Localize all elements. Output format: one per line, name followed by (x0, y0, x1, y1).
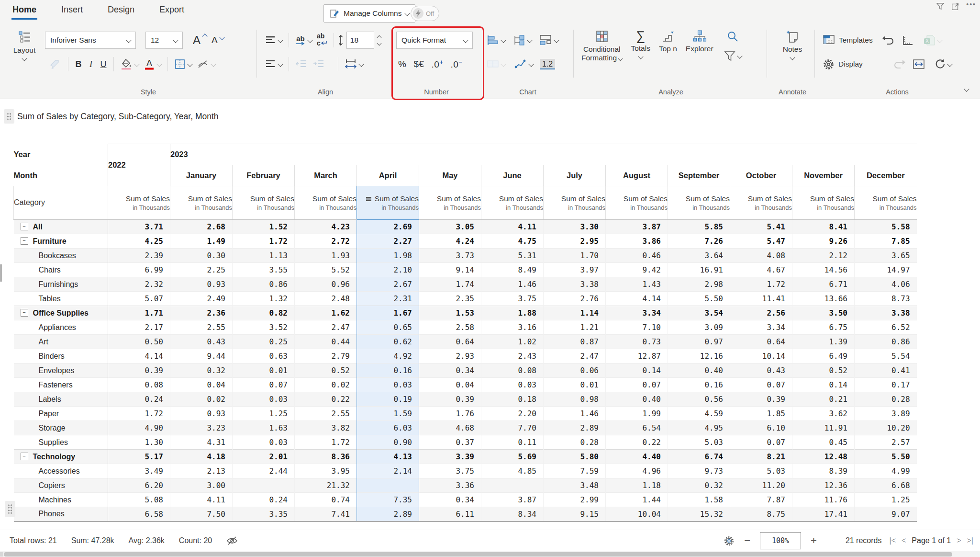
category-cell[interactable]: −Office Supplies (14, 306, 108, 320)
value-cell[interactable]: 2.93 (419, 349, 481, 364)
month-header[interactable]: June (481, 165, 544, 186)
value-cell[interactable]: 2.47 (295, 320, 357, 335)
font-name-select[interactable]: Inforiver Sans (45, 32, 136, 49)
value-cell[interactable]: 8.39 (792, 464, 855, 478)
value-cell[interactable]: 1.02 (481, 335, 544, 349)
value-cell[interactable]: 1.71 (108, 306, 170, 320)
value-cell[interactable]: 9.73 (668, 464, 730, 478)
value-cell[interactable]: 2.36 (170, 306, 233, 320)
value-cell[interactable]: 13.66 (792, 292, 855, 306)
value-cell[interactable]: 0.24 (108, 392, 170, 407)
value-cell[interactable]: 3.23 (170, 421, 233, 435)
value-cell[interactable]: 7.85 (855, 234, 917, 249)
filter-button[interactable] (722, 51, 744, 61)
measure-header[interactable]: Sum of Salesin Thousands (357, 186, 419, 220)
value-cell[interactable]: 6.71 (792, 277, 855, 292)
value-cell[interactable]: 3.50 (792, 306, 855, 320)
fill-color-button[interactable] (118, 58, 141, 70)
value-cell[interactable]: 4.31 (170, 435, 233, 450)
value-cell[interactable]: 0.74 (295, 493, 357, 507)
month-header[interactable]: October (730, 165, 792, 186)
tab-insert[interactable]: Insert (61, 5, 83, 20)
measure-header[interactable]: Sum of Salesin Thousands (295, 186, 357, 220)
value-cell[interactable]: 2.25 (170, 263, 233, 277)
value-cell[interactable]: 0.64 (730, 335, 792, 349)
value-cell[interactable]: 0.37 (419, 435, 481, 450)
collapse-icon[interactable]: − (21, 453, 28, 460)
value-cell[interactable]: 3.87 (606, 220, 668, 234)
category-cell[interactable]: Envelopes (14, 364, 108, 378)
value-cell[interactable]: 4.14 (108, 349, 170, 364)
value-cell[interactable]: 3.34 (730, 320, 792, 335)
bar-chart-button[interactable] (484, 34, 508, 46)
column-width-button[interactable] (342, 58, 366, 70)
value-cell[interactable]: 3.38 (544, 277, 606, 292)
value-cell[interactable]: 0.16 (668, 378, 730, 392)
number-format-chart-button[interactable]: 1.2 (540, 59, 555, 69)
value-cell[interactable]: 3.30 (544, 220, 606, 234)
value-cell[interactable]: 0.44 (295, 335, 357, 349)
value-cell[interactable]: 3.71 (108, 220, 170, 234)
value-cell[interactable]: 4.25 (108, 234, 170, 249)
value-cell[interactable]: 12.36 (792, 478, 855, 493)
increase-decimal-button[interactable]: .0+ (432, 58, 444, 70)
value-cell[interactable]: 9.26 (792, 234, 855, 249)
value-cell[interactable]: 0.97 (668, 335, 730, 349)
value-cell[interactable]: 0.64 (419, 335, 481, 349)
value-cell[interactable]: 10.20 (855, 421, 917, 435)
value-cell[interactable]: 0.65 (357, 320, 419, 335)
zoom-out-button[interactable]: − (742, 534, 752, 547)
value-cell[interactable]: 1.49 (170, 234, 233, 249)
value-cell[interactable]: 1.52 (233, 220, 295, 234)
value-cell[interactable]: 0.07 (606, 378, 668, 392)
value-cell[interactable]: 0.43 (730, 364, 792, 378)
value-cell[interactable]: 0.52 (792, 364, 855, 378)
eye-off-icon[interactable] (226, 536, 238, 546)
month-header[interactable]: May (419, 165, 481, 186)
value-cell[interactable]: 0.02 (295, 378, 357, 392)
manage-columns-button[interactable]: Manage Columns (323, 4, 415, 23)
value-cell[interactable]: 6.68 (855, 478, 917, 493)
value-cell[interactable]: 8.49 (481, 263, 544, 277)
value-cell[interactable]: 1.18 (606, 478, 668, 493)
value-cell[interactable]: 3.86 (606, 234, 668, 249)
value-cell[interactable]: 3.34 (606, 306, 668, 320)
value-cell[interactable]: 5.54 (855, 349, 917, 364)
focus-mode-icon[interactable] (951, 2, 959, 11)
value-cell[interactable]: 6.11 (419, 507, 481, 522)
value-cell[interactable]: 6.10 (730, 421, 792, 435)
value-cell[interactable]: 3.95 (295, 464, 357, 478)
value-cell[interactable]: 3.49 (108, 464, 170, 478)
category-cell[interactable]: Labels (14, 392, 108, 407)
value-cell[interactable]: 2.69 (357, 220, 419, 234)
category-header[interactable]: Category (14, 186, 108, 220)
horizontal-align-button[interactable] (262, 59, 285, 69)
value-cell[interactable]: 10.14 (730, 349, 792, 364)
drag-handle-icon[interactable] (5, 501, 15, 517)
value-cell[interactable]: 12.16 (668, 349, 730, 364)
value-cell[interactable]: 0.01 (233, 364, 295, 378)
drag-handle-icon[interactable] (4, 109, 14, 124)
value-cell[interactable]: 0.07 (730, 435, 792, 450)
value-cell[interactable]: 1.46 (544, 407, 606, 421)
hierarchy-chart-button[interactable] (511, 34, 534, 46)
value-cell[interactable]: 4.40 (606, 450, 668, 464)
category-cell[interactable]: Fasteners (14, 378, 108, 392)
value-cell[interactable]: 5.03 (668, 435, 730, 450)
value-cell[interactable]: 0.18 (481, 392, 544, 407)
value-cell[interactable]: 2.68 (170, 220, 233, 234)
value-cell[interactable]: 0.24 (233, 493, 295, 507)
value-cell[interactable]: 8.73 (855, 292, 917, 306)
measure-header[interactable]: Sum of Salesin Thousands (419, 186, 481, 220)
value-cell[interactable]: 0.56 (668, 392, 730, 407)
value-cell[interactable]: 0.21 (792, 392, 855, 407)
category-cell[interactable]: −All (14, 220, 108, 234)
value-cell[interactable]: 3.52 (233, 320, 295, 335)
value-cell[interactable]: 2.47 (544, 349, 606, 364)
value-cell[interactable]: 0.22 (606, 435, 668, 450)
value-cell[interactable]: 1.72 (108, 407, 170, 421)
value-cell[interactable]: 1.13 (233, 249, 295, 263)
value-cell[interactable]: 5.58 (855, 220, 917, 234)
value-cell[interactable]: 16.91 (668, 263, 730, 277)
value-cell[interactable]: 2.43 (481, 349, 544, 364)
